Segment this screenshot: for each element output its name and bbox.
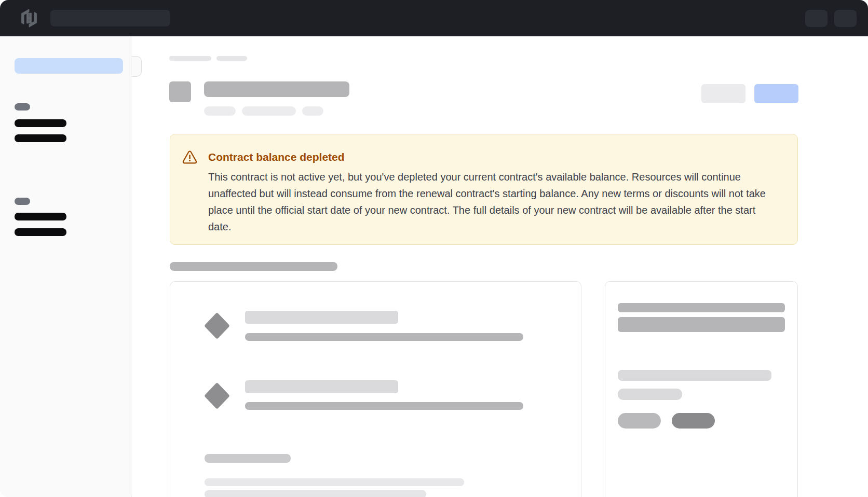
- diamond-bullet-icon: [204, 312, 230, 339]
- section-title-placeholder: [170, 262, 337, 271]
- list-item-title-placeholder: [245, 380, 398, 393]
- topbar-actions: [805, 10, 857, 27]
- breadcrumb-placeholder[interactable]: [169, 56, 211, 61]
- summary-card: [605, 281, 798, 497]
- summary-text-placeholder: [618, 389, 682, 400]
- sidebar: [0, 36, 131, 497]
- summary-title-placeholder: [618, 317, 785, 332]
- secondary-button-placeholder[interactable]: [701, 84, 745, 103]
- app-window: Contract balance depleted This contract …: [0, 0, 868, 497]
- top-nav-bar: [0, 0, 868, 36]
- card-button-placeholder-dark[interactable]: [672, 413, 715, 429]
- alert-title: Contract balance depleted: [208, 150, 777, 164]
- sidebar-nav-item[interactable]: [15, 119, 66, 127]
- sidebar-section-label-1: [15, 103, 30, 111]
- topbar-button-placeholder-2[interactable]: [834, 10, 857, 27]
- page-meta-pill: [302, 106, 323, 116]
- topbar-button-placeholder-1[interactable]: [805, 10, 828, 27]
- alert-content: Contract balance depleted This contract …: [208, 150, 777, 244]
- card-footer-pill-placeholder: [205, 454, 291, 463]
- sidebar-nav-item[interactable]: [15, 134, 66, 142]
- sidebar-toggle-handle[interactable]: [131, 56, 142, 77]
- warning-triangle-icon: [182, 150, 197, 244]
- alert-body-text: This contract is not active yet, but you…: [208, 169, 777, 235]
- sidebar-active-item[interactable]: [15, 58, 123, 74]
- search-input[interactable]: [50, 10, 170, 26]
- list-item-title-placeholder: [245, 311, 398, 324]
- card-button-placeholder-light[interactable]: [618, 413, 661, 429]
- sidebar-nav-item[interactable]: [15, 213, 66, 220]
- hashicorp-logo-icon[interactable]: [19, 8, 39, 29]
- list-item-text-placeholder: [245, 402, 523, 410]
- card-footer-bar-placeholder: [205, 478, 464, 486]
- page-icon-placeholder: [169, 81, 191, 102]
- sidebar-nav-item[interactable]: [15, 228, 66, 236]
- list-item-text-placeholder: [245, 333, 523, 341]
- main-content: Contract balance depleted This contract …: [132, 36, 868, 497]
- card-footer-bar-placeholder: [205, 490, 426, 497]
- page-meta-pill: [204, 106, 236, 116]
- breadcrumb-placeholder[interactable]: [216, 56, 247, 61]
- sidebar-section-label-2: [15, 198, 30, 205]
- warning-alert: Contract balance depleted This contract …: [170, 134, 798, 245]
- summary-text-placeholder: [618, 370, 771, 381]
- summary-title-placeholder: [618, 303, 785, 312]
- list-card: [170, 281, 581, 497]
- diamond-bullet-icon: [204, 382, 230, 409]
- page-title-placeholder: [204, 81, 349, 97]
- primary-button-placeholder[interactable]: [754, 84, 798, 103]
- page-meta-pill: [242, 106, 296, 116]
